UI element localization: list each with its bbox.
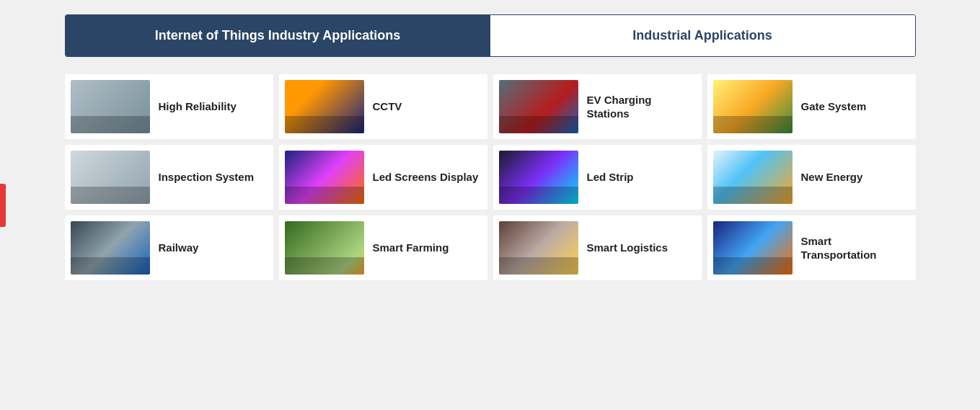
grid-image-cctv <box>285 80 364 133</box>
grid-image-led-strip <box>499 151 578 204</box>
grid-label-railway: Railway <box>159 241 199 255</box>
grid-item-ev-charging[interactable]: EV Charging Stations <box>493 74 702 139</box>
grid-image-smart-farming <box>285 221 364 275</box>
grid-image-new-energy <box>713 151 793 204</box>
grid-item-new-energy[interactable]: New Energy <box>707 145 916 210</box>
grid-label-smart-farming: Smart Farming <box>373 241 449 255</box>
grid-item-inspection-system[interactable]: Inspection System <box>65 145 273 210</box>
tab-iot[interactable]: Internet of Things Industry Applications <box>66 15 490 56</box>
grid-item-smart-farming[interactable]: Smart Farming <box>279 215 487 280</box>
svg-rect-21 <box>499 257 578 275</box>
grid-item-led-strip[interactable]: Led Strip <box>493 145 702 210</box>
grid-image-ev-charging <box>499 80 578 133</box>
grid-item-gate-system[interactable]: Gate System <box>707 74 916 139</box>
side-accent <box>0 184 6 227</box>
grid-label-smart-transportation: Smart Transportation <box>801 234 910 262</box>
grid-item-cctv[interactable]: CCTV <box>279 74 487 139</box>
grid-item-high-reliability[interactable]: High Reliability <box>65 74 273 139</box>
grid-image-gate-system <box>713 80 793 133</box>
grid-item-smart-transportation[interactable]: Smart Transportation <box>707 215 916 280</box>
grid-label-led-screens: Led Screens Display <box>373 170 479 184</box>
grid-image-high-reliability <box>71 80 150 133</box>
grid-item-led-screens[interactable]: Led Screens Display <box>279 145 487 210</box>
svg-rect-9 <box>71 187 150 204</box>
grid-image-smart-logistics <box>499 221 578 275</box>
grid-label-inspection-system: Inspection System <box>159 170 255 184</box>
grid-label-ev-charging: EV Charging Stations <box>587 93 696 121</box>
svg-rect-17 <box>71 257 150 275</box>
grid-image-railway <box>71 221 150 275</box>
grid-label-gate-system: Gate System <box>801 99 867 114</box>
grid-image-smart-transportation <box>713 221 793 275</box>
svg-rect-11 <box>285 187 364 204</box>
application-grid: High Reliability CCTV EV Charging Statio… <box>65 74 916 280</box>
grid-label-led-strip: Led Strip <box>587 170 634 184</box>
svg-rect-15 <box>713 187 793 204</box>
grid-image-inspection-system <box>71 151 150 204</box>
svg-rect-19 <box>285 257 364 275</box>
grid-label-smart-logistics: Smart Logistics <box>587 241 668 255</box>
svg-rect-23 <box>713 257 793 275</box>
grid-image-led-screens <box>285 151 364 204</box>
tab-industrial[interactable]: Industrial Applications <box>490 15 915 56</box>
svg-rect-5 <box>499 116 578 133</box>
svg-rect-7 <box>713 116 793 133</box>
grid-item-smart-logistics[interactable]: Smart Logistics <box>493 215 702 280</box>
grid-label-cctv: CCTV <box>373 99 402 114</box>
tabs-header: Internet of Things Industry Applications… <box>65 14 916 57</box>
grid-item-railway[interactable]: Railway <box>65 215 273 280</box>
svg-rect-3 <box>285 116 364 133</box>
svg-rect-1 <box>71 116 150 133</box>
grid-label-high-reliability: High Reliability <box>159 99 237 114</box>
grid-label-new-energy: New Energy <box>801 170 863 184</box>
page-wrapper: Internet of Things Industry Applications… <box>65 14 916 280</box>
svg-rect-13 <box>499 187 578 204</box>
